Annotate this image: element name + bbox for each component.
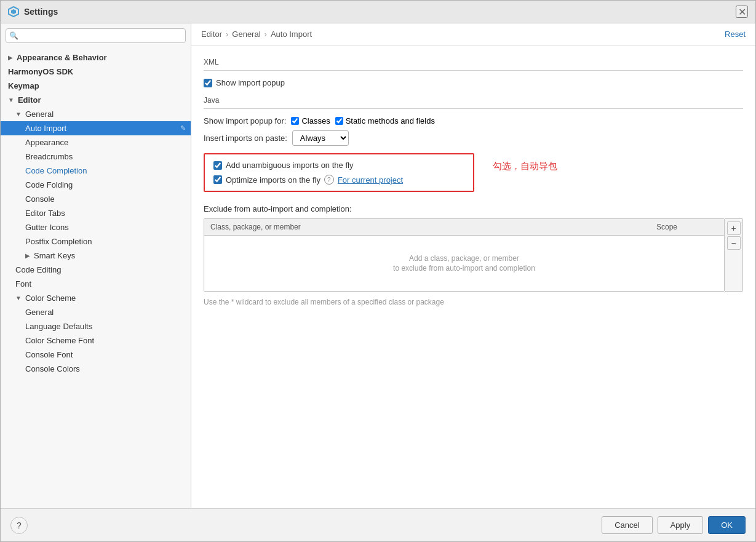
sidebar-item-label: Editor — [18, 95, 41, 105]
search-input[interactable] — [6, 28, 186, 43]
exclude-table-actions: + − — [725, 218, 743, 292]
exclude-table: Class, package, or member Scope Add a cl… — [204, 218, 725, 292]
add-exclude-button[interactable]: + — [727, 221, 741, 235]
sidebar-item-font[interactable]: Font — [1, 277, 191, 291]
sidebar-item-label: Gutter Icons — [25, 223, 69, 232]
xml-divider — [204, 70, 743, 71]
col-scope-header: Scope — [656, 223, 718, 231]
arrow-icon: ▼ — [15, 295, 22, 301]
add-unambiguous-row: Add unambiguous imports on the fly — [213, 161, 464, 170]
optimize-imports-checkbox[interactable] — [213, 175, 222, 184]
sidebar-item-editor[interactable]: ▼ Editor — [1, 93, 191, 107]
sidebar-item-color-scheme[interactable]: ▼ Color Scheme — [1, 291, 191, 305]
breadcrumb-editor: Editor — [201, 30, 222, 39]
sidebar-item-harmonyos[interactable]: HarmonyOS SDK — [1, 65, 191, 79]
apply-button[interactable]: Apply — [658, 516, 704, 534]
breadcrumb-general: General — [232, 30, 260, 39]
sidebar-item-console-colors[interactable]: Console Colors — [1, 362, 191, 376]
sidebar-item-label: General — [25, 110, 54, 119]
breadcrumb-auto-import: Auto Import — [271, 30, 312, 39]
help-button[interactable]: ? — [10, 517, 28, 534]
breadcrumb-sep-2: › — [265, 30, 267, 39]
static-methods-checkbox-group: Static methods and fields — [335, 116, 435, 126]
arrow-icon: ▼ — [8, 97, 14, 103]
exclude-table-container: Class, package, or member Scope Add a cl… — [204, 218, 743, 292]
show-import-popup-for-label: Show import popup for: — [204, 116, 286, 126]
optimize-imports-fly-row: Optimize imports on the fly ? For curren… — [226, 175, 403, 185]
sidebar-item-label: Color Scheme Font — [25, 336, 94, 345]
arrow-icon: ▶ — [25, 252, 30, 259]
sidebar-item-code-folding[interactable]: Code Folding — [1, 178, 191, 192]
content-panel: Editor › General › Auto Import Reset XML… — [191, 23, 755, 508]
sidebar-item-label: Appearance — [25, 138, 68, 147]
insert-imports-select[interactable]: Always Ask Never — [292, 130, 349, 146]
sidebar-item-editor-tabs[interactable]: Editor Tabs — [1, 206, 191, 220]
static-methods-checkbox[interactable] — [335, 117, 343, 125]
sidebar-item-label: Code Folding — [25, 180, 73, 189]
sidebar-item-label: Keymap — [8, 81, 39, 90]
exclude-section: Exclude from auto-import and completion:… — [204, 204, 743, 308]
sidebar-item-general[interactable]: ▼ General — [1, 107, 191, 121]
sidebar-item-label: Console — [25, 194, 55, 204]
title-bar: Settings ✕ — [1, 1, 755, 23]
sidebar: 🔍 ▶ Appearance & Behavior HarmonyOS SDK … — [1, 23, 191, 508]
sidebar-item-smart-keys[interactable]: ▶ Smart Keys — [1, 249, 191, 263]
sidebar-item-color-scheme-font[interactable]: Color Scheme Font — [1, 333, 191, 348]
sidebar-item-label: Color Scheme — [25, 293, 76, 303]
sidebar-item-postfix-completion[interactable]: Postfix Completion — [1, 234, 191, 249]
insert-imports-label: Insert imports on paste: — [204, 134, 287, 143]
xml-show-import-popup-label: Show import popup — [216, 78, 285, 87]
sidebar-item-label: Console Colors — [25, 364, 80, 373]
sidebar-item-gutter-icons[interactable]: Gutter Icons — [1, 220, 191, 234]
breadcrumb-sep-1: › — [226, 30, 228, 39]
java-divider — [204, 108, 743, 109]
sidebar-tree: ▶ Appearance & Behavior HarmonyOS SDK Ke… — [1, 48, 191, 508]
cancel-button[interactable]: Cancel — [602, 516, 652, 534]
sidebar-item-label: HarmonyOS SDK — [8, 67, 73, 76]
sidebar-item-label: Smart Keys — [34, 251, 75, 260]
sidebar-item-label: Postfix Completion — [25, 237, 92, 246]
remove-exclude-button[interactable]: − — [727, 236, 741, 250]
sidebar-item-breadcrumbs[interactable]: Breadcrumbs — [1, 149, 191, 164]
sidebar-item-keymap[interactable]: Keymap — [1, 79, 191, 93]
close-button[interactable]: ✕ — [736, 6, 748, 18]
sidebar-item-language-defaults[interactable]: Language Defaults — [1, 319, 191, 333]
highlight-area: Add unambiguous imports on the fly Optim… — [204, 153, 743, 201]
panel-body: XML Show import popup Java Show import p… — [191, 46, 755, 508]
classes-label: Classes — [301, 116, 330, 126]
xml-show-import-popup-checkbox[interactable] — [204, 79, 212, 87]
arrow-icon: ▼ — [15, 111, 22, 118]
classes-checkbox[interactable] — [291, 117, 299, 125]
sidebar-item-auto-import[interactable]: Auto Import ✎ — [1, 121, 191, 135]
col-class-header: Class, package, or member — [210, 223, 656, 231]
svg-marker-1 — [11, 9, 16, 14]
settings-dialog: Settings ✕ 🔍 ▶ Appearance & Behavior Har… — [0, 0, 756, 542]
optimize-imports-label: Optimize imports on the fly — [226, 175, 320, 185]
wildcard-note: Use the * wildcard to exclude all member… — [204, 297, 523, 308]
ok-button[interactable]: OK — [708, 516, 746, 534]
sidebar-item-code-editing[interactable]: Code Editing — [1, 263, 191, 277]
show-import-popup-for-row: Show import popup for: Classes Static me… — [204, 116, 743, 126]
reset-link[interactable]: Reset — [725, 30, 746, 39]
sidebar-item-console[interactable]: Console — [1, 192, 191, 206]
sidebar-item-label: Appearance & Behavior — [17, 53, 107, 62]
sidebar-item-cs-general[interactable]: General — [1, 305, 191, 319]
optimize-imports-row: Optimize imports on the fly ? For curren… — [213, 175, 464, 185]
add-unambiguous-checkbox[interactable] — [213, 161, 222, 170]
for-current-project-link[interactable]: For current project — [338, 175, 403, 185]
highlight-box: Add unambiguous imports on the fly Optim… — [204, 153, 474, 192]
sidebar-item-code-completion[interactable]: Code Completion — [1, 164, 191, 178]
sidebar-item-appearance-behavior[interactable]: ▶ Appearance & Behavior — [1, 50, 191, 65]
insert-imports-row: Insert imports on paste: Always Ask Neve… — [204, 130, 743, 146]
sidebar-item-console-font[interactable]: Console Font — [1, 348, 191, 362]
xml-section-label: XML — [204, 58, 743, 66]
sidebar-item-label: Code Completion — [25, 166, 87, 175]
add-unambiguous-label: Add unambiguous imports on the fly — [226, 161, 353, 170]
breadcrumb-bar: Editor › General › Auto Import Reset — [191, 23, 755, 46]
breadcrumb: Editor › General › Auto Import — [201, 30, 312, 39]
exclude-label: Exclude from auto-import and completion: — [204, 204, 743, 213]
exclude-table-body: Add a class, package, or member to exclu… — [204, 236, 724, 291]
sidebar-item-label: Code Editing — [15, 265, 61, 274]
sidebar-item-appearance[interactable]: Appearance — [1, 135, 191, 149]
help-icon[interactable]: ? — [324, 175, 334, 185]
